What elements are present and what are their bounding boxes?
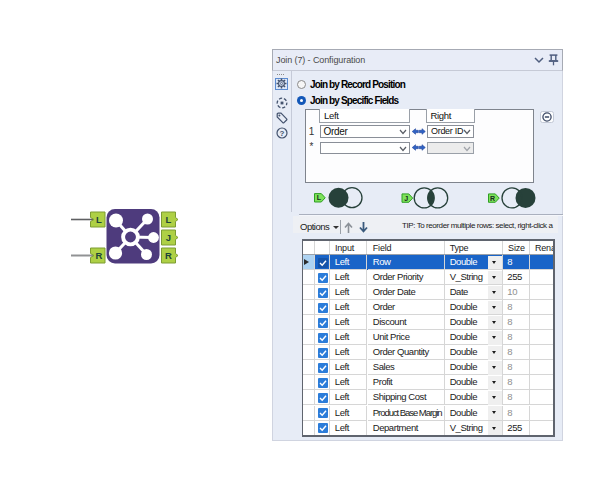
svg-text:?: ? — [280, 129, 285, 138]
svg-text:R: R — [96, 250, 103, 261]
svg-text:R: R — [490, 195, 495, 202]
svg-text:J: J — [404, 195, 408, 202]
svg-text:L: L — [317, 194, 322, 201]
svg-text:J: J — [166, 232, 171, 243]
svg-text:L: L — [166, 214, 172, 225]
svg-text:R: R — [165, 250, 172, 261]
svg-text:L: L — [96, 214, 102, 225]
